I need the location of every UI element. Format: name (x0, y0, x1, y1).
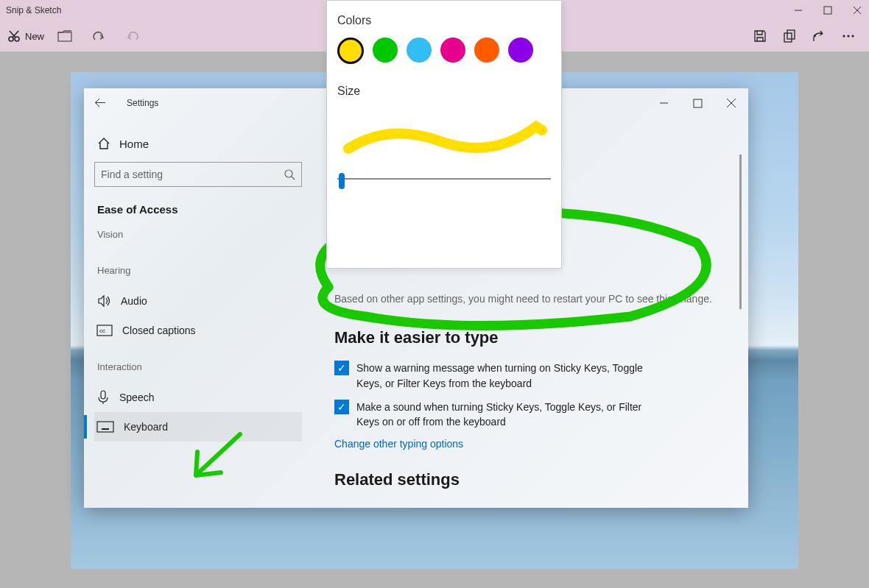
color-swatches (337, 38, 551, 64)
swatch-green[interactable] (373, 38, 398, 63)
keyboard-label: Keyboard (124, 421, 168, 433)
colors-label: Colors (337, 14, 551, 27)
checkbox-warning[interactable]: ✓ Show a warning message when turning on… (334, 361, 720, 391)
audio-label: Audio (121, 295, 147, 307)
share-button[interactable] (806, 23, 832, 49)
speech-label: Speech (119, 392, 154, 403)
sidebar-item-keyboard[interactable]: Keyboard (94, 412, 302, 442)
more-icon (842, 34, 855, 38)
link-typing-options[interactable]: Change other typing options (334, 438, 720, 450)
checkbox-warning-label: Show a warning message when turning on S… (356, 361, 666, 391)
sidebar-item-speech[interactable]: Speech (94, 383, 302, 412)
save-button[interactable] (747, 23, 773, 49)
sidebar-item-audio[interactable]: Audio (94, 286, 302, 316)
audio-icon (97, 294, 110, 308)
window-controls (792, 4, 863, 16)
redo-icon (126, 29, 139, 43)
swatch-magenta[interactable] (440, 38, 465, 63)
copy-button[interactable] (776, 23, 803, 49)
svg-rect-23 (101, 391, 105, 399)
checkmark-icon: ✓ (334, 361, 349, 375)
restart-note: Based on other app settings, you might n… (334, 291, 720, 306)
section-make-easier: Make it easier to type (334, 328, 720, 347)
swatch-yellow[interactable] (337, 38, 364, 64)
slider-track (337, 178, 551, 180)
app-title: Snip & Sketch (6, 5, 61, 15)
search-input[interactable]: Find a setting (94, 162, 302, 187)
redo-button[interactable] (119, 23, 146, 49)
svg-point-14 (851, 35, 854, 37)
minimize-button[interactable] (792, 4, 804, 16)
svg-point-13 (847, 35, 849, 37)
svg-rect-16 (694, 99, 702, 107)
undo-icon (92, 29, 105, 43)
swatch-blue[interactable] (407, 38, 432, 63)
svg-line-20 (292, 177, 295, 180)
svg-text:cc: cc (99, 327, 105, 334)
category-title: Ease of Access (97, 203, 302, 216)
svg-rect-1 (824, 7, 831, 14)
svg-rect-10 (784, 33, 792, 42)
snip-sketch-window: Snip & Sketch New (0, 0, 869, 588)
captions-icon: cc (97, 325, 112, 336)
more-button[interactable] (835, 23, 862, 49)
highlighter-popup: Colors Size (326, 0, 562, 269)
size-preview (337, 108, 551, 167)
checkbox-sound[interactable]: ✓ Make a sound when turning Sticky Keys,… (334, 400, 720, 430)
home-link[interactable]: Home (97, 137, 302, 150)
keyboard-icon (97, 422, 113, 432)
svg-point-19 (285, 170, 292, 177)
search-icon (284, 169, 295, 180)
settings-sidebar: Home Find a setting Ease of Access Visio… (84, 127, 312, 442)
search-placeholder: Find a setting (101, 169, 284, 180)
folder-icon (58, 31, 71, 41)
checkbox-sound-label: Make a sound when turning Sticky Keys, T… (356, 400, 666, 430)
settings-minimize[interactable] (647, 88, 680, 118)
svg-rect-11 (787, 30, 795, 39)
group-hearing: Hearing (97, 265, 302, 276)
size-label: Size (337, 85, 551, 98)
new-label: New (25, 31, 44, 42)
save-icon (753, 29, 767, 43)
copy-icon (783, 29, 796, 43)
home-icon (97, 137, 110, 150)
size-slider[interactable] (337, 171, 551, 186)
settings-close[interactable] (714, 88, 748, 118)
scrollbar[interactable] (739, 155, 742, 309)
swatch-orange[interactable] (474, 38, 499, 63)
sidebar-item-captions[interactable]: cc Closed captions (94, 316, 302, 345)
back-button[interactable]: 🡠 (94, 96, 106, 110)
settings-window-controls (647, 88, 748, 118)
svg-rect-24 (97, 422, 113, 432)
svg-point-12 (842, 35, 845, 37)
captions-label: Closed captions (122, 325, 196, 336)
settings-title: Settings (127, 98, 158, 108)
group-interaction: Interaction (97, 361, 302, 372)
section-related: Related settings (334, 470, 720, 489)
home-label: Home (119, 138, 149, 150)
settings-maximize[interactable] (680, 88, 714, 118)
snip-icon (7, 29, 21, 43)
mic-icon (97, 390, 109, 405)
close-button[interactable] (851, 4, 863, 16)
slider-thumb[interactable] (339, 173, 345, 189)
svg-rect-8 (58, 32, 71, 41)
group-vision: Vision (97, 229, 302, 240)
maximize-button[interactable] (822, 4, 834, 16)
checkmark-icon: ✓ (334, 400, 349, 414)
share-icon (812, 29, 826, 43)
swatch-purple[interactable] (508, 38, 533, 63)
open-button[interactable] (52, 23, 78, 49)
undo-button[interactable] (85, 23, 112, 49)
new-snip-button[interactable]: New (7, 29, 44, 43)
